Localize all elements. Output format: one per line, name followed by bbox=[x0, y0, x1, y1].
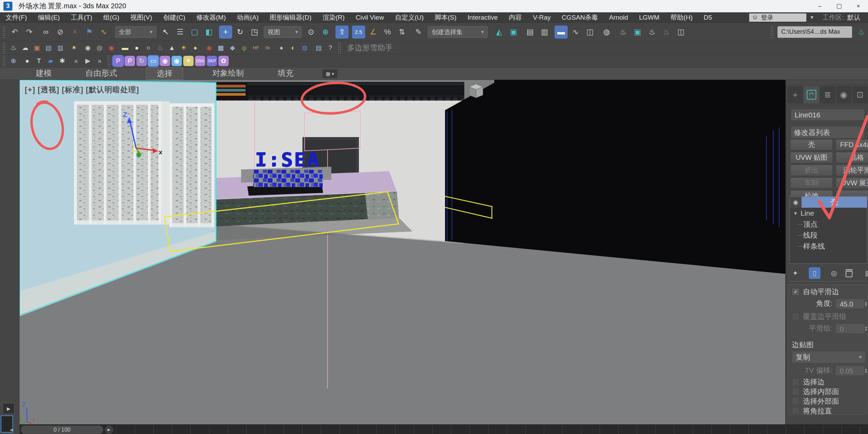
reference-coordinate-combo[interactable]: 视图▼ bbox=[264, 26, 302, 38]
mirror-icon[interactable]: ◭ bbox=[493, 25, 506, 39]
modifier-button-车削[interactable]: 车削 bbox=[790, 177, 833, 189]
选择内部面-checkbox[interactable] bbox=[792, 388, 799, 395]
stack-row-样条线[interactable]: ┈┈样条线 bbox=[790, 241, 867, 252]
select-and-link-icon[interactable]: ∞ bbox=[39, 25, 52, 39]
menu-item[interactable]: CGSAN杀毒 bbox=[556, 12, 604, 23]
cloth-icon[interactable]: T bbox=[34, 56, 44, 66]
menu-item[interactable]: Interactive bbox=[462, 12, 503, 23]
vray-grass-icon[interactable]: ψ bbox=[239, 43, 249, 53]
d5-settings-icon[interactable]: ✿ bbox=[218, 56, 229, 66]
redo-icon[interactable]: ↷ bbox=[23, 25, 36, 39]
menu-item[interactable]: D5 bbox=[698, 12, 717, 23]
display-tab[interactable]: ⊡ bbox=[852, 86, 868, 103]
edge-map-copy-dropdown[interactable]: 复制 ▼ bbox=[792, 351, 866, 363]
menu-item[interactable]: 脚本(S) bbox=[429, 12, 462, 23]
angle-field[interactable]: 45.0 bbox=[835, 299, 865, 309]
play-animation-icon[interactable]: ▶ bbox=[83, 56, 93, 66]
web-browser-icon[interactable]: ⊕ bbox=[8, 56, 19, 66]
menu-item[interactable]: 动画(A) bbox=[231, 12, 264, 23]
toggle-ribbon-icon[interactable]: ▬ bbox=[555, 25, 568, 39]
menu-item[interactable]: 帮助(H) bbox=[665, 12, 698, 23]
snaps-toggle-icon[interactable]: 2.5 bbox=[352, 25, 365, 39]
select-and-manipulate-icon[interactable]: ⊕ bbox=[319, 25, 332, 39]
previous-frame-button[interactable]: ◀ bbox=[10, 427, 13, 432]
login-dropdown-arrow[interactable]: ▼ bbox=[806, 15, 818, 20]
toolbar-grip[interactable] bbox=[338, 42, 341, 54]
go-to-start-icon[interactable]: « bbox=[71, 56, 81, 66]
stereo-camera-icon[interactable]: ◉ bbox=[106, 43, 116, 53]
vray-teapot-icon[interactable]: ♨ bbox=[8, 43, 19, 53]
menu-item[interactable]: 编辑(E) bbox=[32, 12, 65, 23]
bind-to-space-warp-icon[interactable]: ∿ bbox=[97, 25, 110, 39]
menu-item[interactable]: 创建(C) bbox=[158, 12, 191, 23]
vray-settings-icon[interactable]: ▤ bbox=[43, 43, 54, 53]
select-by-name-icon[interactable]: ☰ bbox=[174, 25, 187, 39]
next-frame-icon[interactable]: » bbox=[94, 56, 105, 66]
login-button[interactable]: ☺ 登录 bbox=[749, 13, 806, 22]
selection-filter-combo[interactable]: 全部▼ bbox=[115, 26, 156, 38]
toggle-scene-explorer-icon[interactable]: ▤ bbox=[524, 25, 537, 39]
vray-plane-icon[interactable]: ▦ bbox=[216, 43, 226, 53]
next-frame-button[interactable]: ▶ bbox=[105, 426, 113, 434]
material-editor-icon[interactable]: ◍ bbox=[600, 25, 613, 39]
d5-screen-icon[interactable]: ▭ bbox=[148, 56, 158, 66]
stack-row-顶点[interactable]: ┈┈顶点 bbox=[790, 219, 867, 230]
select-object-icon[interactable]: ↖ bbox=[159, 25, 172, 39]
vray-rock-icon[interactable]: ◆ bbox=[227, 43, 238, 53]
make-unique-icon[interactable]: ◎ bbox=[828, 267, 840, 279]
menu-item[interactable]: 内容 bbox=[503, 12, 527, 23]
workspace-value[interactable]: 默认 bbox=[847, 13, 860, 22]
ribbon-config-button[interactable]: ▦ ▾ bbox=[322, 69, 338, 78]
viewport-label[interactable]: [+] [透视] [标准] [默认明暗处理] bbox=[25, 85, 139, 95]
mesh-light-icon[interactable]: ♨ bbox=[155, 43, 165, 53]
d5-camera-export-icon[interactable]: ◉ bbox=[160, 56, 170, 66]
tv-offset-field[interactable]: 0.05 bbox=[835, 365, 865, 376]
angle-spinner[interactable]: ▲▼ bbox=[864, 299, 868, 309]
disc-light-icon[interactable]: ○ bbox=[143, 43, 154, 53]
pin-stack-icon[interactable]: ✦ bbox=[789, 267, 801, 279]
paint-deform-icon[interactable]: ▰ bbox=[45, 56, 56, 66]
menu-item[interactable]: 修改器(M) bbox=[191, 12, 231, 23]
select-and-move-icon[interactable]: + bbox=[219, 25, 232, 39]
keyboard-override-icon[interactable]: ⇧ bbox=[335, 25, 349, 39]
vray-cloud-icon[interactable]: ☁ bbox=[20, 43, 30, 53]
vray-asset-editor-icon[interactable]: ▥ bbox=[55, 43, 65, 53]
modifier-button-UVW 贴图[interactable]: UVW 贴图 bbox=[790, 152, 833, 163]
modifier-button-FFD 4x4x4[interactable]: FFD 4x4x4 bbox=[836, 139, 868, 151]
cube-object[interactable] bbox=[469, 84, 483, 98]
select-and-rotate-icon[interactable]: ↻ bbox=[234, 25, 247, 39]
modifier-button-晶格[interactable]: 晶格 bbox=[836, 152, 868, 163]
d5-sync-icon[interactable]: P bbox=[113, 56, 123, 66]
ribbon-tab-自由形式[interactable]: 自由形式 bbox=[81, 67, 122, 80]
align-icon[interactable]: ▣ bbox=[507, 25, 520, 39]
remove-modifier-icon[interactable] bbox=[843, 267, 855, 279]
schematic-view-icon[interactable]: ◫ bbox=[583, 25, 597, 39]
render-teapot-small-icon[interactable]: ♨ bbox=[855, 25, 868, 39]
vray-frame-buffer-icon[interactable]: ▣ bbox=[32, 43, 42, 53]
menu-item[interactable]: 组(G) bbox=[98, 12, 125, 23]
skp-file-icon[interactable]: SKP bbox=[207, 56, 217, 66]
menu-item[interactable]: 文件(F) bbox=[0, 12, 32, 23]
bind-flag-icon[interactable]: ⚑ bbox=[83, 25, 96, 39]
render-production-icon[interactable]: ♨ bbox=[645, 25, 659, 39]
motion-tab[interactable]: ◉ bbox=[836, 86, 851, 103]
menu-item[interactable]: Civil View bbox=[350, 12, 390, 23]
ambient-light-icon[interactable]: ● bbox=[190, 43, 200, 53]
ribbon-tab-建模[interactable]: 建模 bbox=[31, 67, 56, 80]
smooth-group-spinner[interactable]: ▲▼ bbox=[864, 323, 868, 334]
ribbon-tab-对象绘制[interactable]: 对象绘制 bbox=[207, 67, 249, 80]
sun-light-icon[interactable]: ☀ bbox=[178, 43, 189, 53]
edit-named-selections-icon[interactable]: ✎ bbox=[412, 25, 425, 39]
panel-grip[interactable] bbox=[786, 81, 868, 84]
menu-item[interactable]: 图形编辑器(D) bbox=[264, 12, 317, 23]
expand-trackbar-button[interactable]: ▶ bbox=[3, 403, 14, 414]
maximize-button[interactable]: ▢ bbox=[829, 0, 849, 12]
close-button[interactable]: × bbox=[849, 0, 868, 12]
将角拉直-checkbox[interactable] bbox=[792, 407, 799, 415]
d5-refresh-icon[interactable]: ↻ bbox=[136, 56, 147, 66]
dome-camera-icon[interactable]: ◎ bbox=[94, 43, 105, 53]
compare-renders-icon[interactable]: ◫ bbox=[674, 25, 688, 39]
create-tab[interactable]: ＋ bbox=[787, 86, 803, 103]
toggle-layer-explorer-icon[interactable]: ▥ bbox=[538, 25, 551, 39]
black-wall[interactable] bbox=[445, 80, 785, 274]
